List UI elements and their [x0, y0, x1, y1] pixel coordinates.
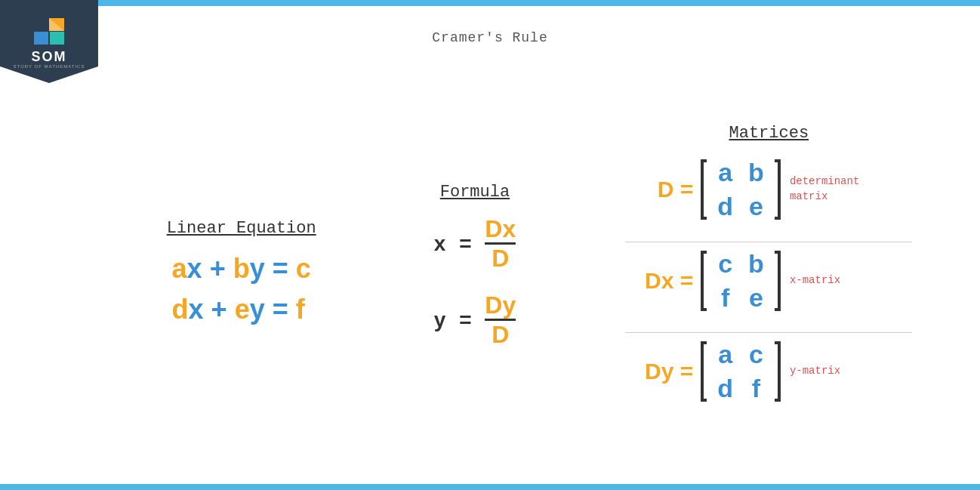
eq-b: b: [233, 253, 250, 284]
dx-cell-f: f: [717, 282, 733, 313]
d-label-line1: determinant: [790, 174, 859, 190]
eq-e: e: [235, 294, 250, 325]
eq-plus1: +: [210, 253, 233, 284]
logo-icon: [30, 14, 68, 48]
divider-2: [625, 332, 912, 333]
eq-eq1: =: [273, 253, 296, 284]
main-content: Linear Equation ax + by = c dx + ey = f …: [0, 60, 980, 484]
eq-y1: y: [250, 253, 265, 284]
section-linear-equation: Linear Equation ax + by = c dx + ey = f: [159, 219, 325, 325]
formula-x-var: x: [434, 232, 446, 256]
dx-cell-c: c: [717, 248, 733, 279]
frac-y-den: D: [492, 322, 509, 347]
matrix-dx-bracket: c b f e: [701, 245, 781, 316]
top-stripe: [0, 0, 980, 6]
formula-y-equals: =: [453, 308, 477, 332]
eq-c: c: [296, 253, 311, 284]
linear-equation-title: Linear Equation: [167, 219, 316, 238]
matrix-d-grid: a b d e: [713, 154, 769, 225]
d-matrix-label: determinant matrix: [790, 174, 859, 204]
equation-block: ax + by = c dx + ey = f: [172, 253, 311, 325]
divider-1: [625, 242, 912, 242]
eq-x2: x: [189, 294, 204, 325]
dy-bracket-left: [701, 341, 707, 402]
formula-y-var: y: [434, 308, 446, 332]
dy-cell-f: f: [748, 373, 764, 404]
d-label-text: D =: [658, 177, 694, 202]
d-cell-e: e: [748, 191, 764, 222]
eq-f: f: [296, 294, 305, 325]
formula-x-equals: =: [453, 232, 477, 256]
dx-matrix-label: x-matrix: [790, 273, 840, 288]
dx-label-text: Dx =: [645, 268, 693, 293]
logo-text: SOM: [31, 50, 66, 63]
eq-a: a: [172, 253, 187, 284]
matrices-container: D = a b d e determinant matrix: [625, 154, 912, 421]
eq-y2: y: [250, 294, 265, 325]
dx-bracket-right: [775, 251, 781, 311]
logo-area: SOM STORY OF MATHEMATICS: [0, 0, 98, 83]
bottom-stripe: [0, 484, 980, 490]
matrix-d-bracket: a b d e: [701, 154, 781, 225]
matrix-d-row: D = a b d e determinant matrix: [625, 154, 912, 225]
formula-x-row: x = Dx D: [434, 217, 516, 270]
matrix-dy-grid: a c d f: [713, 336, 769, 407]
dy-cell-c: c: [748, 339, 764, 370]
d-cell-b: b: [748, 157, 764, 188]
dx-cell-e: e: [748, 282, 764, 313]
section-matrices: Matrices D = a b d e d: [625, 124, 912, 421]
frac-y-num: Dy: [485, 293, 516, 317]
eq-plus2: +: [211, 294, 235, 325]
dy-matrix-label: y-matrix: [790, 364, 840, 379]
dy-cell-d: d: [717, 373, 733, 404]
frac-x-den: D: [492, 246, 509, 270]
dy-cell-a: a: [717, 339, 733, 370]
dy-bracket-right: [775, 341, 781, 402]
formula-title: Formula: [440, 183, 510, 202]
dx-cell-b: b: [748, 248, 764, 279]
d-bracket-right: [775, 159, 781, 220]
dx-label: Dx =: [625, 268, 693, 294]
dx-bracket-left: [701, 251, 707, 311]
matrix-dy-bracket: a c d f: [701, 336, 781, 407]
fraction-x: Dx D: [485, 217, 516, 270]
eq-d: d: [172, 294, 189, 325]
equation-line-2: dx + ey = f: [172, 294, 311, 325]
d-cell-d: d: [717, 191, 733, 222]
matrix-dy-row: Dy = a c d f y-matrix: [625, 336, 912, 407]
dy-label: Dy =: [625, 359, 693, 384]
formula-y-row: y = Dy D: [434, 293, 516, 347]
d-bracket-left: [701, 159, 707, 220]
logo-subtitle: STORY OF MATHEMATICS: [14, 64, 85, 69]
eq-eq2: =: [273, 294, 296, 325]
equation-line-1: ax + by = c: [172, 253, 311, 285]
section-formula: Formula x = Dx D y = Dy D: [399, 183, 550, 362]
matrices-title: Matrices: [729, 124, 809, 143]
d-label-line2: matrix: [790, 190, 859, 205]
dy-label-text: Dy =: [645, 359, 693, 384]
page-title: Cramer's Rule: [0, 30, 980, 45]
d-cell-a: a: [717, 157, 733, 188]
d-label: D =: [625, 177, 693, 202]
eq-x1: x: [187, 253, 202, 284]
matrix-dx-grid: c b f e: [713, 245, 769, 316]
fraction-y: Dy D: [485, 293, 516, 347]
frac-x-num: Dx: [485, 217, 516, 241]
matrix-dx-row: Dx = c b f e x-matrix: [625, 245, 912, 316]
